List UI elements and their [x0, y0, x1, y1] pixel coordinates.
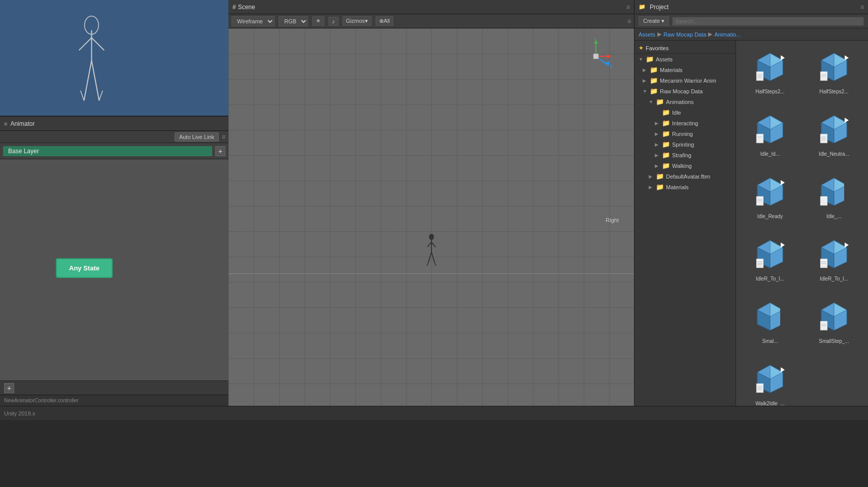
tree-label-materials: Materials	[660, 67, 683, 73]
asset-item-4[interactable]: Idle_Ready	[740, 169, 800, 228]
scene-title-label: Scene	[238, 4, 255, 11]
scene-icon: #	[232, 4, 236, 11]
svg-line-20	[431, 242, 436, 247]
tree-arrow-defaultavatar: ▶	[649, 174, 654, 179]
svg-marker-93	[781, 367, 785, 372]
tree-label-animations: Animations	[666, 99, 693, 105]
folder-icon-rawmocap: 📁	[650, 87, 658, 95]
asset-thumbnail-1	[814, 47, 854, 87]
breadcrumb-arrow-2: ▶	[708, 31, 712, 38]
svg-line-21	[428, 252, 431, 262]
create-button[interactable]: Create ▾	[639, 16, 669, 26]
tree-item-rawmocap[interactable]: ▼ 📁 Raw Mocap Data	[635, 86, 736, 96]
project-search-input[interactable]	[672, 17, 864, 26]
tree-item-strafing[interactable]: ▶ 📁 Strafing	[635, 150, 736, 160]
any-state-node[interactable]: Any State	[56, 258, 113, 278]
folder-icon-strafing: 📁	[662, 151, 670, 159]
svg-rect-63	[844, 177, 852, 207]
layer-bar: Base Layer +	[0, 143, 228, 159]
asset-cube-svg-3	[816, 112, 852, 147]
tree-item-sprinting[interactable]: ▶ 📁 Sprinting	[635, 139, 736, 150]
asset-label-2: Idle_Id...	[760, 151, 780, 157]
folder-icon-defaultavatar: 📁	[656, 172, 664, 180]
asset-item-6[interactable]: IdleR_To_I...	[740, 232, 800, 290]
asset-item-1[interactable]: HalfSteps2...	[804, 45, 864, 103]
asset-thumbnail-9	[814, 296, 854, 337]
tree-label-strafing: Strafing	[672, 152, 691, 158]
tree-item-mecanim[interactable]: ▶ 📁 Mecanim Warrior Anim	[635, 75, 736, 86]
tree-item-materials2[interactable]: ▶ 📁 Materials	[635, 182, 736, 192]
svg-marker-11	[607, 54, 611, 58]
scene-menu-icon[interactable]: ≡	[626, 4, 630, 11]
folder-icon-assets: 📁	[646, 55, 654, 63]
svg-text:Y: Y	[593, 39, 596, 42]
asset-item-2[interactable]: Idle_Id...	[740, 107, 800, 165]
animator-menu-icon[interactable]: ≡	[222, 133, 225, 141]
asset-item-7[interactable]: IdleR_To_I...	[804, 232, 864, 290]
tree-item-assets[interactable]: ▼ 📁 Assets	[635, 54, 736, 64]
tree-item-interacting[interactable]: ▶ 📁 Interacting	[635, 118, 736, 128]
audio-button[interactable]: ♪	[328, 17, 339, 26]
svg-line-0	[84, 60, 92, 100]
tree-item-idle[interactable]: 📁 Idle	[635, 107, 736, 118]
add-layer-button[interactable]: +	[215, 146, 225, 156]
asset-item-5[interactable]: Idle_...	[804, 169, 864, 228]
svg-marker-68	[781, 242, 785, 248]
tree-label-defaultavatar: DefaultAvatar.fbm	[666, 173, 710, 180]
breadcrumb-animations[interactable]: Animatio...	[714, 31, 741, 38]
asset-item-0[interactable]: HalfSteps2...	[740, 45, 800, 103]
tree-item-materials[interactable]: ▶ 📁 Materials	[635, 64, 736, 75]
animator-canvas[interactable]: Any State	[0, 159, 228, 380]
svg-line-23	[427, 262, 428, 266]
rgb-select[interactable]: RGB	[279, 16, 308, 26]
scene-toolbar-menu[interactable]: ≡	[627, 18, 631, 25]
base-layer-label: Base Layer	[3, 146, 212, 156]
lighting-button[interactable]: ☀	[312, 16, 324, 26]
asset-thumbnail-0	[750, 47, 790, 87]
file-tree: ★ Favorites ▼ 📁 Assets ▶ 📁 Materials ▶ 📁	[635, 41, 736, 406]
svg-marker-28	[781, 55, 785, 60]
tree-arrow-strafing: ▶	[655, 153, 660, 158]
animator-add-button[interactable]: +	[4, 383, 14, 393]
tree-arrow-running: ▶	[655, 131, 660, 136]
gizmos-label: Gizmos	[346, 18, 365, 24]
tree-arrow-rawmocap: ▼	[643, 89, 648, 94]
asset-cube-svg-8	[752, 299, 788, 334]
asset-thumbnail-7	[814, 234, 854, 274]
animator-footer-text: NewAnimatorController.controller	[4, 398, 79, 403]
gizmos-button[interactable]: Gizmos▾	[343, 16, 372, 26]
folder-icon-idle: 📁	[662, 109, 670, 116]
asset-item-3[interactable]: Idle_Neutra...	[804, 107, 864, 165]
svg-rect-64	[820, 196, 827, 205]
tree-arrow-interacting: ▶	[655, 121, 660, 126]
svg-line-24	[435, 262, 436, 266]
tree-item-walking[interactable]: ▶ 📁 Walking	[635, 160, 736, 171]
svg-rect-14	[593, 54, 598, 59]
project-panel-menu[interactable]: ≡	[860, 4, 864, 11]
scene-toolbar: Wireframe RGB ☀ ♪ Gizmos▾ ⊕All ≡	[228, 14, 634, 28]
asset-item-8[interactable]: Smal...	[740, 294, 800, 353]
tree-item-running[interactable]: ▶ 📁 Running	[635, 128, 736, 139]
all-button[interactable]: ⊕All	[376, 16, 393, 26]
asset-item-9[interactable]: SmallStep_...	[804, 294, 864, 353]
asset-label-1: HalfSteps2...	[819, 89, 848, 94]
scene-canvas: Y Z Right	[228, 28, 634, 406]
tree-item-defaultavatar[interactable]: ▶ 📁 DefaultAvatar.fbm	[635, 171, 736, 182]
tree-item-animations[interactable]: ▼ 📁 Animations	[635, 96, 736, 107]
asset-label-6: IdleR_To_I...	[756, 276, 784, 282]
asset-thumbnail-3	[814, 109, 854, 150]
scene-tab[interactable]: # Scene	[232, 4, 255, 11]
project-toolbar: Create ▾	[635, 14, 868, 28]
animator-bottom-bar: +	[0, 380, 228, 395]
tree-arrow-animations: ▼	[649, 99, 654, 105]
asset-cube-svg-1	[816, 49, 852, 85]
breadcrumb-raw-mocap[interactable]: Raw Mocap Data	[663, 31, 706, 38]
auto-live-link-button[interactable]: Auto Live Link	[175, 132, 219, 142]
svg-marker-56	[781, 180, 785, 185]
wireframe-select[interactable]: Wireframe	[231, 16, 275, 26]
bottom-status-bar: Unity 2019.x	[0, 406, 868, 420]
asset-thumbnail-10	[750, 359, 790, 399]
breadcrumb-assets[interactable]: Assets	[639, 31, 655, 38]
tree-label-sprinting: Sprinting	[672, 142, 694, 148]
asset-item-10[interactable]: Walk2Idle_...	[740, 357, 800, 406]
